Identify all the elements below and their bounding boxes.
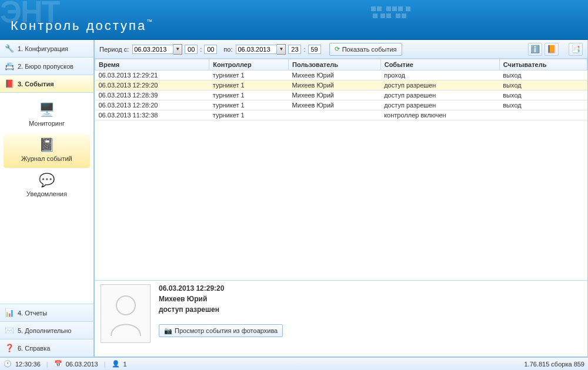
grid-header[interactable]: Пользователь xyxy=(289,59,381,70)
nav-passes[interactable]: 📇2. Бюро пропусков xyxy=(0,58,93,75)
table-cell: доступ разрешен xyxy=(380,100,499,110)
status-users: 1 xyxy=(123,361,127,368)
app-title: Контроль доступа™ xyxy=(11,18,152,33)
date-to-input[interactable] xyxy=(236,45,277,54)
excel-icon: 📑 xyxy=(571,45,580,53)
nav-label: 2. Бюро пропусков xyxy=(18,63,74,70)
info-button[interactable]: ℹ️ xyxy=(528,43,542,56)
details-time: 06.03.2013 12:29:20 xyxy=(159,284,582,292)
legend-button[interactable]: 📙 xyxy=(544,43,559,56)
nav-help[interactable]: ❓6. Справка xyxy=(0,339,93,357)
table-cell: доступ разрешен xyxy=(380,90,499,100)
event-grid[interactable]: ВремяКонтроллерПользовательСобытиеСчитыв… xyxy=(95,59,587,280)
time-to-hour[interactable] xyxy=(288,45,301,54)
table-cell: проход xyxy=(380,70,499,80)
sub-notifications[interactable]: 💬Уведомления xyxy=(4,169,90,203)
nav-label: 3. События xyxy=(18,80,54,88)
sub-monitoring[interactable]: 🖥️Мониторинг xyxy=(4,99,90,133)
camera-icon: 📷 xyxy=(164,327,172,335)
content: Период с: ▼ : по: ▼ : ⟳ Показать события xyxy=(94,40,588,357)
btn-label: Просмотр события из фотоархива xyxy=(175,327,278,334)
sidebar-sub: 🖥️Мониторинг 📓Журнал событий 💬Уведомлени… xyxy=(0,93,93,304)
table-cell xyxy=(289,110,381,120)
table-row[interactable]: 06.03.2013 12:28:39турникет 1Михеев Юрий… xyxy=(95,90,587,100)
header-decor xyxy=(370,6,576,35)
journal-icon: 📓 xyxy=(6,137,88,153)
time-from-hour[interactable] xyxy=(185,45,198,54)
table-cell xyxy=(499,110,587,120)
date-to-combo[interactable]: ▼ xyxy=(236,44,286,55)
user-icon xyxy=(112,360,120,368)
details-user: Михеев Юрий xyxy=(159,295,582,303)
nav-reports[interactable]: 📊4. Отчеты xyxy=(0,304,93,322)
statusbar: 12:30:36 | 06.03.2013 | 1 1.76.815 сборк… xyxy=(0,357,588,370)
nav-label: 1. Конфигурация xyxy=(18,45,68,52)
table-cell: Михеев Юрий xyxy=(289,80,381,90)
clock-icon xyxy=(4,360,12,368)
table-cell: доступ разрешен xyxy=(380,80,499,90)
date-from-combo[interactable]: ▼ xyxy=(132,44,182,55)
table-cell: 06.03.2013 12:28:39 xyxy=(95,90,209,100)
app-header: ЭНТ Контроль доступа™ xyxy=(0,0,588,40)
sub-label: Журнал событий xyxy=(21,155,72,162)
sidebar: 🔧1. Конфигурация 📇2. Бюро пропусков 📕3. … xyxy=(0,40,94,357)
table-cell: контроллер включен xyxy=(380,110,499,120)
toolbar: Период с: ▼ : по: ▼ : ⟳ Показать события xyxy=(95,40,587,59)
table-cell: выход xyxy=(499,80,587,90)
table-cell: выход xyxy=(499,70,587,80)
mail-icon: ✉️ xyxy=(5,326,14,335)
table-cell: турникет 1 xyxy=(209,100,289,110)
nav-label: 4. Отчеты xyxy=(18,310,47,317)
export-excel-button[interactable]: 📑 xyxy=(569,43,583,56)
table-cell: Михеев Юрий xyxy=(289,70,381,80)
nav-label: 6. Справка xyxy=(18,345,50,352)
book-icon: 📙 xyxy=(547,45,556,53)
nav-label: 5. Дополнительно xyxy=(18,327,71,334)
table-row[interactable]: 06.03.2013 12:28:20турникет 1Михеев Юрий… xyxy=(95,100,587,110)
table-cell: 06.03.2013 11:32:38 xyxy=(95,110,209,120)
show-events-button[interactable]: ⟳ Показать события xyxy=(329,43,402,56)
grid-header[interactable]: Считыватель xyxy=(499,59,587,70)
bubble-icon: 💬 xyxy=(6,173,88,188)
details-panel: 06.03.2013 12:29:20 Михеев Юрий доступ р… xyxy=(95,280,587,356)
table-cell: 06.03.2013 12:29:21 xyxy=(95,70,209,80)
sub-event-log[interactable]: 📓Журнал событий xyxy=(4,134,90,168)
svg-point-0 xyxy=(116,296,135,315)
table-row[interactable]: 06.03.2013 12:29:21турникет 1Михеев Юрий… xyxy=(95,70,587,80)
table-cell: выход xyxy=(499,90,587,100)
refresh-icon: ⟳ xyxy=(335,45,340,53)
nav-config[interactable]: 🔧1. Конфигурация xyxy=(0,40,93,58)
table-row[interactable]: 06.03.2013 12:29:20турникет 1Михеев Юрий… xyxy=(95,80,587,90)
table-cell: турникет 1 xyxy=(209,90,289,100)
table-cell: турникет 1 xyxy=(209,70,289,80)
status-version: 1.76.815 сборка 859 xyxy=(524,361,585,368)
status-time: 12:30:36 xyxy=(15,361,41,368)
sub-label: Уведомления xyxy=(26,190,67,197)
monitor-icon: 🖥️ xyxy=(6,102,88,117)
time-from-min[interactable] xyxy=(204,45,217,54)
grid-header[interactable]: Контроллер xyxy=(209,59,289,70)
nav-events[interactable]: 📕3. События xyxy=(0,75,93,93)
wrench-icon: 🔧 xyxy=(5,44,14,53)
grid-header[interactable]: Событие xyxy=(380,59,499,70)
table-cell: Михеев Юрий xyxy=(289,90,381,100)
details-info: 06.03.2013 12:29:20 Михеев Юрий доступ р… xyxy=(159,284,582,337)
view-photo-button[interactable]: 📷 Просмотр события из фотоархива xyxy=(159,324,283,337)
grid-header[interactable]: Время xyxy=(95,59,209,70)
help-icon: ❓ xyxy=(5,344,14,353)
book-icon: 📕 xyxy=(5,79,14,89)
avatar xyxy=(101,284,151,343)
table-cell: выход xyxy=(499,100,587,110)
time-to-min[interactable] xyxy=(308,45,321,54)
status-date: 06.03.2013 xyxy=(66,361,98,368)
sub-label: Мониторинг xyxy=(29,120,65,127)
table-cell: 06.03.2013 12:29:20 xyxy=(95,80,209,90)
chevron-down-icon[interactable]: ▼ xyxy=(173,44,182,55)
info-icon: ℹ️ xyxy=(530,45,540,53)
table-cell: турникет 1 xyxy=(209,80,289,90)
nav-extra[interactable]: ✉️5. Дополнительно xyxy=(0,322,93,339)
date-from-input[interactable] xyxy=(132,45,173,54)
table-row[interactable]: 06.03.2013 11:32:38турникет 1контроллер … xyxy=(95,110,587,120)
table-cell: 06.03.2013 12:28:20 xyxy=(95,100,209,110)
chevron-down-icon[interactable]: ▼ xyxy=(277,44,286,55)
